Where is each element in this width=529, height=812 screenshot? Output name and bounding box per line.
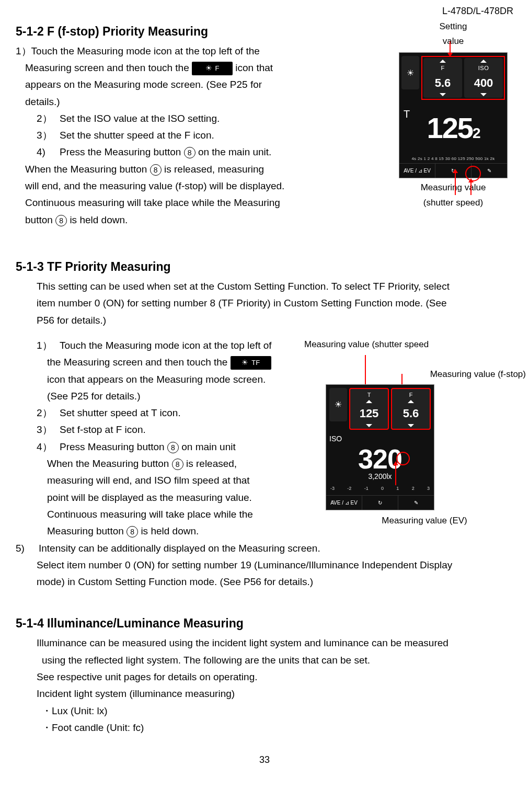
ev-scale: -3 -2 -1 0 1 2 3 bbox=[326, 484, 434, 495]
p512-intro-a: 1）Touch the Measuring mode icon at the t… bbox=[16, 43, 393, 60]
iso-setting-box[interactable]: ISO 400 bbox=[464, 58, 503, 98]
shutter-speed-value: 1252 bbox=[402, 103, 504, 153]
p512-intro-e: details.) bbox=[16, 94, 393, 110]
circled-8-icon: 8 bbox=[126, 526, 138, 537]
red-arrow-up-icon bbox=[470, 179, 472, 195]
page-number: 33 bbox=[16, 752, 513, 768]
device-figure-1: ☀ F 5.6 ISO 400 bbox=[399, 52, 508, 178]
mode-button[interactable]: ☀ bbox=[401, 56, 419, 89]
mode-button[interactable]: ☀ bbox=[329, 388, 347, 421]
heading-512: 5-1-2 F (f-stop) Priority Measuring bbox=[16, 21, 393, 42]
down-arrow-icon[interactable] bbox=[408, 424, 414, 427]
t-setting-box[interactable]: T 125 bbox=[349, 388, 389, 430]
red-arrow-up-icon bbox=[455, 170, 456, 195]
step-num-3: 3） bbox=[37, 127, 60, 144]
step-2: Set the ISO value at the ISO setting. bbox=[60, 110, 393, 127]
sun-icon: ☀ bbox=[242, 357, 248, 369]
step-num-4: 4） bbox=[37, 439, 60, 455]
circled-8-icon: 8 bbox=[150, 164, 162, 176]
settings-button[interactable]: ✎ bbox=[398, 496, 434, 510]
fig1-meas-label-a: Measuring value bbox=[393, 180, 513, 196]
step-num-4: 4) bbox=[37, 144, 60, 161]
f-setting-box[interactable]: F 5.6 bbox=[391, 388, 431, 430]
mode-f-icon[interactable]: ☀ F bbox=[192, 62, 233, 75]
fig1-setting-label-b: value bbox=[393, 34, 513, 49]
step-3: Set the shutter speed at the F icon. bbox=[60, 127, 393, 144]
heading-514: 5-1-4 Illuminance/Luminance Measuring bbox=[16, 613, 513, 634]
sun-icon: ☀ bbox=[205, 62, 212, 75]
p512-intro-c: icon that bbox=[235, 62, 273, 73]
step-num-3: 3） bbox=[37, 421, 60, 438]
up-arrow-icon[interactable] bbox=[408, 400, 414, 403]
down-arrow-icon[interactable] bbox=[440, 93, 446, 96]
lux-value: 3,200lx bbox=[329, 471, 431, 483]
t-label: T bbox=[404, 105, 410, 123]
red-arrow-up-icon bbox=[395, 462, 396, 485]
red-arrow-down-icon bbox=[450, 41, 451, 57]
refresh-button[interactable]: ↻ bbox=[362, 496, 398, 510]
mode-tf-icon[interactable]: ☀ TF bbox=[231, 356, 271, 370]
fig2-label-f: Measuring value (f-stop) bbox=[304, 367, 526, 382]
p512-intro-b: Measuring screen and then touch the bbox=[25, 62, 189, 73]
ave-ev-button[interactable]: AVE / ⊿ EV bbox=[326, 496, 362, 510]
up-arrow-icon[interactable] bbox=[480, 60, 487, 63]
down-arrow-icon[interactable] bbox=[366, 424, 372, 427]
circled-8-icon: 8 bbox=[184, 147, 196, 158]
model-label: L-478D/L-478DR bbox=[16, 0, 513, 19]
red-arrow-down-icon bbox=[365, 355, 366, 387]
p512-intro-d: appears on the Measuring mode screen. (S… bbox=[16, 76, 393, 93]
step-num-5: 5) bbox=[16, 540, 39, 557]
fig1-setting-label-a: Setting bbox=[393, 19, 513, 35]
f-setting-box[interactable]: F 5.6 bbox=[423, 58, 462, 98]
step-num-2: 2） bbox=[37, 405, 60, 421]
device-figure-2: ☀ T 125 F 5.6 bbox=[326, 384, 434, 510]
iso-value: 320 bbox=[329, 445, 431, 473]
up-arrow-icon[interactable] bbox=[440, 60, 446, 63]
circled-8-icon: 8 bbox=[167, 442, 179, 453]
step-num-2: 2） bbox=[37, 110, 60, 127]
step-num-1: 1） bbox=[37, 337, 60, 354]
up-arrow-icon[interactable] bbox=[366, 400, 372, 403]
fig1-meas-label-b: (shutter speed) bbox=[393, 196, 513, 211]
down-arrow-icon[interactable] bbox=[480, 93, 487, 96]
circled-8-icon: 8 bbox=[172, 459, 183, 470]
circled-8-icon: 8 bbox=[55, 215, 67, 226]
shutter-scale: 4s 2s 1 2 4 8 15 30 60 125 250 500 1k 2k bbox=[399, 155, 507, 164]
fig2-label-ss: Measuring value (shutter speed bbox=[304, 337, 513, 352]
ave-ev-button[interactable]: AVE / ⊿ EV bbox=[399, 164, 435, 178]
heading-513: 5-1-3 TF Priority Measuring bbox=[16, 257, 513, 277]
fig2-label-ev: Measuring value (EV) bbox=[336, 513, 513, 529]
